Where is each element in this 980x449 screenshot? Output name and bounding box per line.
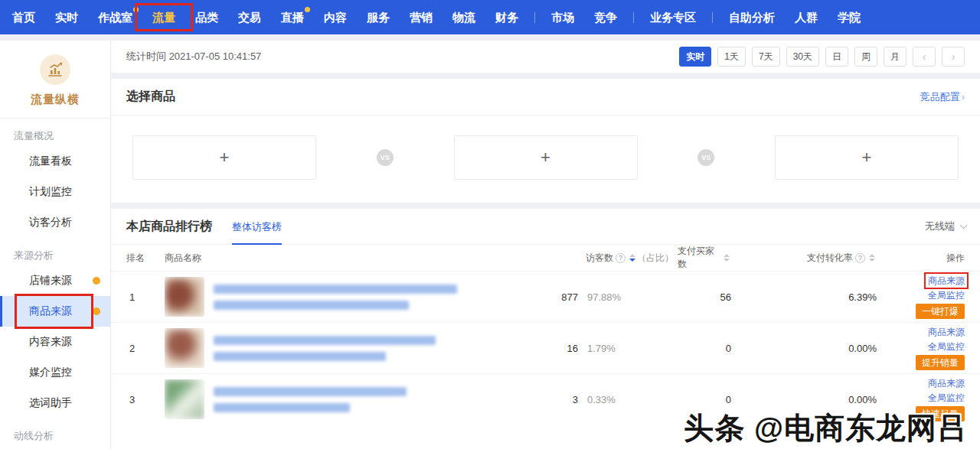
- prev-arrow-button[interactable]: ‹: [913, 47, 936, 67]
- nav-item-crowd[interactable]: 人群: [785, 0, 828, 34]
- conversion-value: 6.39%: [731, 291, 877, 303]
- sidebar-item-media-monitor[interactable]: 媒介监控: [0, 357, 110, 388]
- global-monitor-link[interactable]: 全局监控: [928, 392, 965, 404]
- main-content: 统计时间 2021-07-05 10:41:57 实时 1天 7天 30天 日 …: [111, 41, 980, 449]
- nav-item-home[interactable]: 首页: [2, 0, 45, 34]
- product-title-blurred: [214, 285, 457, 310]
- product-cell[interactable]: [165, 379, 517, 419]
- sort-carets-icon[interactable]: [724, 254, 730, 262]
- add-product-slot-1[interactable]: +: [132, 135, 316, 180]
- info-icon[interactable]: [855, 253, 865, 263]
- sort-carets-icon[interactable]: [869, 254, 875, 262]
- col-operation: 操作: [877, 252, 965, 265]
- nav-item-business-zone[interactable]: 业务专区: [640, 0, 706, 34]
- product-thumbnail-blurred: [165, 328, 204, 368]
- nav-item-live[interactable]: 直播: [271, 0, 314, 34]
- nav-item-trade[interactable]: 交易: [228, 0, 271, 34]
- stat-time-value: 2021-07-05 10:41:57: [169, 50, 262, 62]
- buyers-value: 0: [678, 394, 731, 405]
- item-source-link[interactable]: 商品来源: [928, 275, 965, 287]
- competitor-config-link[interactable]: 竞品配置›: [920, 90, 965, 104]
- sidebar-item-shop-source[interactable]: 店铺来源: [0, 265, 110, 296]
- nav-item-label: 作战室: [98, 11, 132, 24]
- nav-item-traffic[interactable]: 流量: [142, 0, 185, 34]
- plus-icon: +: [862, 148, 872, 168]
- col-conversion-label: 支付转化率: [807, 252, 853, 265]
- notification-dot: [305, 7, 310, 12]
- nav-item-finance[interactable]: 财务: [485, 0, 528, 34]
- global-monitor-link[interactable]: 全局监控: [928, 340, 965, 353]
- select-product-card: 选择商品 竞品配置› + VS + VS +: [111, 79, 980, 203]
- boost-button[interactable]: 提升销量: [916, 355, 965, 370]
- share-value: 97.88%: [578, 291, 678, 303]
- product-cell[interactable]: [165, 328, 517, 368]
- range-week-button[interactable]: 周: [854, 47, 877, 67]
- col-visitors-label: 访客数: [586, 252, 613, 265]
- nav-item-service[interactable]: 服务: [357, 0, 400, 34]
- info-icon[interactable]: [616, 253, 626, 263]
- global-monitor-link[interactable]: 全局监控: [928, 289, 965, 301]
- nav-item-market[interactable]: 市场: [541, 0, 584, 34]
- col-conversion[interactable]: 支付转化率: [731, 252, 877, 265]
- range-realtime-button[interactable]: 实时: [679, 47, 711, 67]
- range-30day-button[interactable]: 30天: [786, 47, 819, 67]
- product-cell[interactable]: [165, 277, 517, 317]
- col-product: 商品名称: [165, 252, 517, 265]
- stat-time-label: 统计时间: [126, 50, 166, 62]
- range-1day-button[interactable]: 1天: [717, 47, 746, 67]
- nav-item-competition[interactable]: 竞争: [584, 0, 627, 34]
- sidebar-item-label: 商品来源: [29, 304, 72, 317]
- item-source-link[interactable]: 商品来源: [928, 377, 965, 389]
- buyers-value: 0: [678, 343, 731, 354]
- visitors-value: 3: [517, 394, 578, 405]
- nav-item-war-room[interactable]: 作战室: [88, 0, 142, 34]
- add-product-slot-2[interactable]: +: [454, 135, 638, 180]
- nav-item-content[interactable]: 内容: [314, 0, 357, 34]
- table-row: 1 877 97.88% 56 6.39% 商品来源 全局监控 一键打爆: [111, 271, 980, 322]
- module-title: 流量纵横: [0, 93, 110, 107]
- nav-separator: [712, 12, 713, 23]
- product-thumbnail-blurred: [165, 277, 204, 317]
- sidebar-module-header: 流量纵横: [0, 41, 110, 118]
- sidebar-item-visitor-analysis[interactable]: 访客分析: [0, 207, 110, 238]
- stat-time-text: 统计时间 2021-07-05 10:41:57: [126, 50, 261, 63]
- range-month-button[interactable]: 月: [884, 47, 906, 67]
- next-arrow-button[interactable]: ›: [942, 47, 965, 67]
- nav-item-academy[interactable]: 学院: [828, 0, 871, 34]
- sort-carets-icon[interactable]: [629, 254, 635, 262]
- nav-item-self-analysis[interactable]: 自助分析: [719, 0, 785, 34]
- conversion-value: 0.00%: [731, 343, 877, 354]
- range-day-button[interactable]: 日: [825, 47, 848, 67]
- share-value: 1.79%: [578, 343, 678, 354]
- sidebar-item-content-source[interactable]: 内容来源: [0, 327, 110, 357]
- add-product-slot-3[interactable]: +: [775, 135, 959, 180]
- buyers-value: 56: [678, 291, 731, 303]
- nav-item-category[interactable]: 品类: [185, 0, 228, 34]
- nav-item-realtime[interactable]: 实时: [45, 0, 88, 34]
- sidebar-item-plan-monitor[interactable]: 计划监控: [0, 177, 110, 207]
- col-visitors[interactable]: 访客数 （占比）: [578, 252, 678, 265]
- top-navigation: 首页 实时 作战室 流量 品类 交易 直播 内容 服务 营销 物流 财务 市场 …: [0, 0, 980, 34]
- item-source-link[interactable]: 商品来源: [928, 326, 965, 338]
- nav-item-logistics[interactable]: 物流: [443, 0, 485, 34]
- notification-dot: [133, 7, 139, 12]
- col-buyers[interactable]: 支付买家数: [678, 245, 731, 271]
- ranking-title: 本店商品排行榜: [126, 219, 212, 235]
- sidebar-item-word-helper[interactable]: 选词助手: [0, 388, 110, 418]
- nav-separator: [534, 12, 535, 23]
- sidebar-item-label: 店铺来源: [29, 274, 72, 286]
- competitor-config-label: 竞品配置: [920, 91, 960, 102]
- product-thumbnail-blurred: [165, 379, 204, 419]
- plus-icon: +: [541, 148, 550, 168]
- visitors-value: 16: [517, 343, 578, 354]
- terminal-dropdown[interactable]: 无线端: [925, 220, 965, 233]
- rank-number: 3: [126, 394, 165, 405]
- rank-number: 2: [126, 343, 165, 354]
- product-compare-slots: + VS + VS +: [111, 116, 980, 203]
- sidebar-item-item-source[interactable]: 商品来源: [0, 296, 110, 327]
- range-7day-button[interactable]: 7天: [752, 47, 780, 67]
- nav-item-marketing[interactable]: 营销: [400, 0, 443, 34]
- boost-button[interactable]: 一键打爆: [916, 304, 965, 319]
- sidebar-item-traffic-board[interactable]: 流量看板: [0, 146, 110, 177]
- tab-overall-visitors[interactable]: 整体访客榜: [232, 209, 282, 245]
